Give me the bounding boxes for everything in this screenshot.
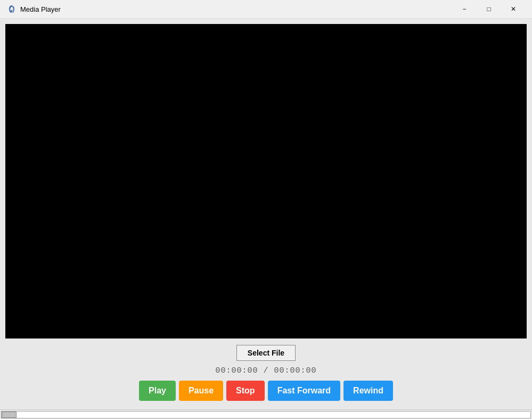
pause-button[interactable]: Pause	[179, 381, 223, 401]
maximize-button[interactable]: □	[477, 0, 501, 19]
main-content: Select File 00:00:00 / 00:00:00 Play Pau…	[0, 19, 532, 419]
time-display: 00:00:00 / 00:00:00	[215, 366, 316, 375]
scrollbar-track[interactable]	[1, 411, 531, 418]
select-file-button[interactable]: Select File	[236, 345, 296, 361]
scrollbar-thumb[interactable]	[2, 412, 17, 418]
controls-area: Select File 00:00:00 / 00:00:00 Play Pau…	[0, 339, 532, 409]
minimize-button[interactable]: −	[452, 0, 477, 19]
app-icon	[6, 4, 16, 14]
play-button[interactable]: Play	[139, 381, 176, 401]
video-display	[5, 24, 527, 339]
close-button[interactable]: ✕	[501, 0, 526, 19]
title-bar-controls: − □ ✕	[452, 0, 526, 19]
rewind-button[interactable]: Rewind	[343, 381, 393, 401]
title-bar: Media Player − □ ✕	[0, 0, 532, 19]
stop-button[interactable]: Stop	[226, 381, 265, 401]
fast-forward-button[interactable]: Fast Forward	[268, 381, 340, 401]
title-bar-text: Media Player	[20, 5, 452, 13]
scrollbar-area	[0, 409, 532, 419]
playback-controls: Play Pause Stop Fast Forward Rewind	[139, 381, 393, 401]
